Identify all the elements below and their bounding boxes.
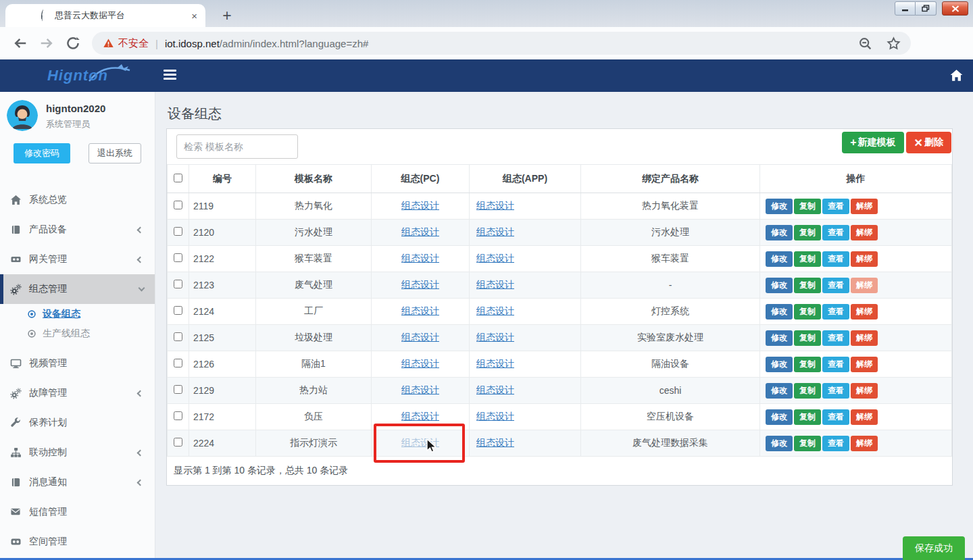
view-button[interactable]: 查看	[822, 357, 849, 372]
pc-design-link[interactable]: 组态设计	[401, 332, 439, 342]
row-checkbox[interactable]	[174, 306, 182, 315]
sidebar-item-scada[interactable]: 组态管理	[0, 274, 155, 304]
address-bar[interactable]: 不安全 | iot.idosp.net/admin/index.html?lan…	[92, 32, 911, 55]
unbind-button[interactable]: 解绑	[851, 409, 878, 425]
unbind-button[interactable]: 解绑	[851, 330, 878, 346]
sidebar-item-overview[interactable]: 系统总览	[0, 185, 155, 215]
unbind-button[interactable]: 解绑	[851, 225, 878, 240]
app-design-link[interactable]: 组态设计	[476, 332, 514, 342]
edit-button[interactable]: 修改	[766, 251, 793, 267]
select-all-checkbox[interactable]	[174, 174, 182, 182]
view-button[interactable]: 查看	[822, 199, 849, 214]
security-warning-icon[interactable]	[103, 38, 114, 49]
close-button[interactable]	[942, 1, 968, 16]
pc-design-link[interactable]: 组态设计	[401, 411, 439, 422]
copy-button[interactable]: 复制	[794, 436, 821, 451]
sidebar-item-line-scada[interactable]: 生产线组态	[0, 324, 155, 343]
edit-button[interactable]: 修改	[766, 330, 793, 346]
app-design-link[interactable]: 组态设计	[476, 200, 514, 211]
unbind-button[interactable]: 解绑	[851, 383, 878, 399]
sidebar-item-fault[interactable]: 故障管理	[0, 378, 155, 408]
copy-button[interactable]: 复制	[794, 251, 821, 267]
pc-design-link[interactable]: 组态设计	[401, 358, 439, 369]
unbind-button[interactable]: 解绑	[851, 278, 878, 293]
sidebar-item-space[interactable]: 空间管理	[0, 527, 155, 557]
copy-button[interactable]: 复制	[794, 225, 821, 240]
edit-button[interactable]: 修改	[766, 436, 793, 451]
sidebar-item-products[interactable]: 产品设备	[0, 215, 155, 245]
app-design-link[interactable]: 组态设计	[476, 358, 514, 369]
view-button[interactable]: 查看	[822, 436, 849, 451]
app-design-link[interactable]: 组态设计	[476, 437, 514, 448]
unbind-button[interactable]: 解绑	[851, 199, 878, 214]
app-design-link[interactable]: 组态设计	[476, 253, 514, 263]
pc-design-link[interactable]: 组态设计	[401, 200, 439, 211]
new-template-button[interactable]: +新建模板	[842, 132, 903, 153]
view-button[interactable]: 查看	[822, 409, 849, 425]
view-button[interactable]: 查看	[822, 330, 849, 346]
delete-button[interactable]: ✕删除	[906, 132, 951, 153]
edit-button[interactable]: 修改	[766, 304, 793, 320]
sidebar-item-linkage[interactable]: 联动控制	[0, 438, 155, 467]
copy-button[interactable]: 复制	[794, 383, 821, 399]
pc-design-link[interactable]: 组态设计	[401, 253, 439, 263]
row-checkbox[interactable]	[174, 332, 182, 341]
app-design-link[interactable]: 组态设计	[476, 279, 514, 290]
sidebar-item-device-scada[interactable]: 设备组态	[0, 304, 155, 324]
row-checkbox[interactable]	[174, 411, 182, 420]
unbind-button[interactable]: 解绑	[851, 436, 878, 451]
new-tab-button[interactable]: +	[216, 5, 238, 26]
pc-design-link[interactable]: 组态设计	[401, 279, 439, 290]
copy-button[interactable]: 复制	[794, 357, 821, 372]
tab-close-icon[interactable]: ×	[191, 10, 197, 22]
row-checkbox[interactable]	[174, 359, 182, 367]
copy-button[interactable]: 复制	[794, 304, 821, 320]
sidebar-item-maintenance[interactable]: 保养计划	[0, 408, 155, 438]
app-logo[interactable]: Hignton	[0, 59, 155, 92]
change-password-button[interactable]: 修改密码	[14, 143, 70, 163]
view-button[interactable]: 查看	[822, 304, 849, 320]
bookmark-star-icon[interactable]	[887, 36, 901, 51]
copy-button[interactable]: 复制	[794, 278, 821, 293]
app-design-link[interactable]: 组态设计	[476, 305, 514, 316]
search-input[interactable]	[176, 134, 298, 159]
browser-tab[interactable]: 思普云大数据平台 ×	[5, 4, 205, 27]
row-checkbox[interactable]	[174, 201, 182, 209]
row-checkbox[interactable]	[174, 280, 182, 288]
app-design-link[interactable]: 组态设计	[476, 226, 514, 237]
sidebar-item-gateway[interactable]: 网关管理	[0, 245, 155, 274]
minimize-button[interactable]	[895, 1, 916, 16]
app-design-link[interactable]: 组态设计	[476, 384, 514, 395]
edit-button[interactable]: 修改	[766, 383, 793, 399]
row-checkbox[interactable]	[174, 385, 182, 394]
pc-design-link[interactable]: 组态设计	[401, 305, 439, 316]
sidebar-toggle-icon[interactable]	[164, 70, 176, 80]
home-icon[interactable]	[950, 69, 963, 82]
view-button[interactable]: 查看	[822, 278, 849, 293]
copy-button[interactable]: 复制	[794, 409, 821, 425]
restore-button[interactable]	[916, 1, 937, 16]
unbind-button[interactable]: 解绑	[851, 304, 878, 320]
unbind-button[interactable]: 解绑	[851, 251, 878, 267]
logout-button[interactable]: 退出系统	[89, 143, 141, 163]
view-button[interactable]: 查看	[822, 251, 849, 267]
sidebar-item-video[interactable]: 视频管理	[0, 349, 155, 378]
back-icon[interactable]	[13, 36, 28, 51]
edit-button[interactable]: 修改	[766, 199, 793, 214]
pc-design-link[interactable]: 组态设计	[401, 226, 439, 237]
sidebar-item-sms[interactable]: 短信管理	[0, 497, 155, 527]
copy-button[interactable]: 复制	[794, 199, 821, 214]
edit-button[interactable]: 修改	[766, 357, 793, 372]
unbind-button[interactable]: 解绑	[851, 357, 878, 372]
copy-button[interactable]: 复制	[794, 330, 821, 346]
row-checkbox[interactable]	[174, 227, 182, 236]
edit-button[interactable]: 修改	[766, 278, 793, 293]
sidebar-item-message[interactable]: 消息通知	[0, 467, 155, 497]
zoom-icon[interactable]	[858, 36, 872, 51]
app-design-link[interactable]: 组态设计	[476, 411, 514, 422]
view-button[interactable]: 查看	[822, 225, 849, 240]
row-checkbox[interactable]	[174, 253, 182, 262]
pc-design-link[interactable]: 组态设计	[401, 384, 439, 395]
reload-icon[interactable]	[66, 36, 80, 51]
row-checkbox[interactable]	[174, 438, 182, 447]
